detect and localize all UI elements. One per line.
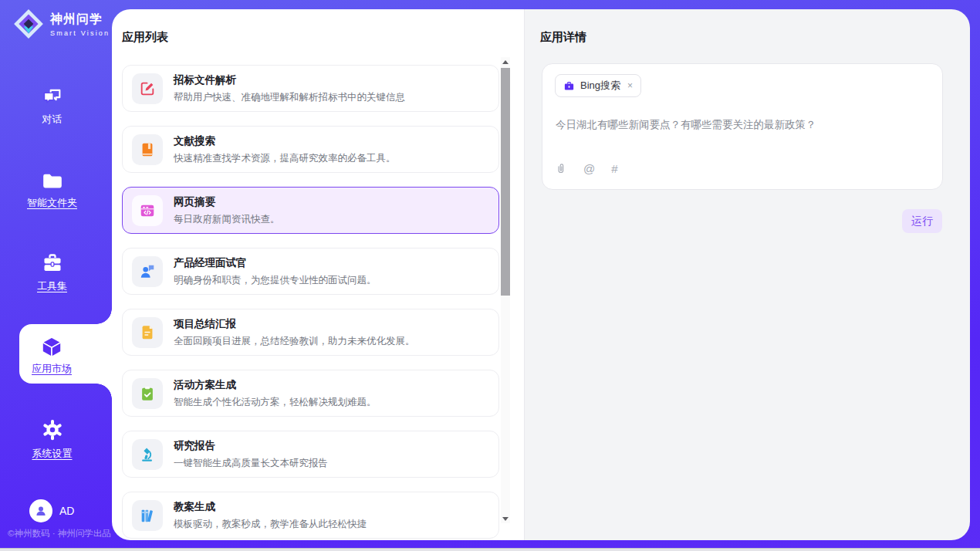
app-card-bid-parsing[interactable]: 招标文件解析 帮助用户快速、准确地理解和解析招标书中的关键信息 (122, 65, 499, 112)
sidebar-item-label: 智能文件夹 (0, 196, 104, 210)
app-icon-box (132, 134, 163, 165)
sidebar-item-app-market[interactable]: 应用市场 (19, 324, 112, 384)
scrollbar (501, 57, 510, 523)
app-detail-title: 应用详情 (540, 30, 586, 45)
app-icon-box (132, 256, 163, 287)
chat-icon (41, 86, 64, 107)
app-icon-box (132, 439, 163, 470)
sidebar-item-settings[interactable]: 系统设置 (0, 418, 104, 461)
scroll-down-icon[interactable] (501, 514, 510, 523)
sidebar: 神州问学 Smart Vision 对话 智能文件夹 工具集 应用市场 (0, 0, 112, 548)
copyright-text: ©神州数码 · 神州问学出品 (8, 528, 112, 539)
edit-document-icon (139, 80, 156, 97)
brand-name: 神州问学 (50, 12, 110, 28)
app-desc: 每日政府新闻资讯快查。 (174, 213, 280, 226)
app-icon-box (132, 500, 163, 531)
mention-icon[interactable]: @ (583, 162, 595, 175)
app-card-list: 招标文件解析 帮助用户快速、准确地理解和解析招标书中的关键信息 文献搜索 快速精… (122, 65, 499, 539)
app-name: 研究报告 (174, 439, 328, 453)
prompt-input-card[interactable]: Bing搜索 × 今日湖北有哪些新闻要点？有哪些需要关注的最新政策？ @ # (542, 63, 943, 190)
app-card-event-plan[interactable]: 活动方案生成 智能生成个性化活动方案，轻松解决规划难题。 (122, 370, 499, 417)
interviewer-icon (139, 263, 156, 280)
briefcase-icon (563, 80, 575, 92)
hash-icon[interactable]: # (611, 162, 617, 175)
gear-icon (41, 418, 64, 441)
books-icon (139, 507, 156, 524)
sidebar-item-smart-folder[interactable]: 智能文件夹 (0, 171, 104, 210)
avatar (29, 499, 52, 522)
tool-tag-label: Bing搜索 (580, 79, 620, 93)
app-card-pm-interviewer[interactable]: 产品经理面试官 明确身份和职责，为您提供专业性的面试问题。 (122, 248, 499, 295)
app-desc: 帮助用户快速、准确地理解和解析招标书中的关键信息 (174, 91, 405, 104)
sidebar-item-label: 工具集 (0, 279, 104, 293)
app-name: 招标文件解析 (174, 73, 405, 87)
app-list-panel: 应用列表 招标文件解析 帮助用户快速、准确地理解和解析招标书中的关键信息 (112, 9, 525, 540)
clipboard-check-icon (139, 385, 156, 402)
app-desc: 智能生成个性化活动方案，轻松解决规划难题。 (174, 396, 377, 409)
folder-icon (41, 171, 64, 191)
app-detail-panel: 应用详情 Bing搜索 × 今日湖北有哪些新闻要点？有哪些需要关注的最新政策？ … (525, 9, 970, 540)
app-card-research-report[interactable]: 研究报告 一键智能生成高质量长文本研究报告 (122, 431, 499, 478)
scroll-up-icon[interactable] (501, 57, 510, 66)
app-desc: 明确身份和职责，为您提供专业性的面试问题。 (174, 274, 377, 287)
app-desc: 全面回顾项目进展，总结经验教训，助力未来优化发展。 (174, 335, 415, 348)
app-card-project-summary[interactable]: 项目总结汇报 全面回顾项目进展，总结经验教训，助力未来优化发展。 (122, 309, 499, 356)
sidebar-item-chat[interactable]: 对话 (0, 86, 104, 127)
app-name: 网页摘要 (174, 195, 280, 209)
app-list-title: 应用列表 (122, 30, 168, 45)
app-desc: 一键智能生成高质量长文本研究报告 (174, 457, 328, 470)
diamond-logo-icon (12, 8, 45, 40)
app-icon-box (132, 317, 163, 348)
book-icon (139, 141, 156, 158)
app-icon-box (132, 195, 163, 226)
app-card-lesson-plan[interactable]: 教案生成 模板驱动，教案秒成，教学准备从此轻松快捷 (122, 492, 499, 539)
app-name: 项目总结汇报 (174, 317, 415, 331)
app-icon-box (132, 73, 163, 104)
note-icon (139, 324, 156, 341)
brand-tagline: Smart Vision (50, 29, 110, 37)
run-button[interactable]: 运行 (902, 209, 942, 233)
sidebar-item-label: 对话 (0, 113, 104, 127)
sidebar-item-toolset[interactable]: 工具集 (0, 252, 104, 293)
tool-tag-bing-search[interactable]: Bing搜索 × (555, 74, 641, 97)
paperclip-icon[interactable] (555, 162, 567, 175)
app-card-web-summary[interactable]: 网页摘要 每日政府新闻资讯快查。 (122, 187, 499, 234)
app-card-literature-search[interactable]: 文献搜索 快速精准查找学术资源，提高研究效率的必备工具。 (122, 126, 499, 173)
prompt-text[interactable]: 今日湖北有哪些新闻要点？有哪些需要关注的最新政策？ (556, 118, 930, 132)
app-name: 教案生成 (174, 500, 367, 514)
input-toolbar: @ # (555, 162, 618, 175)
app-desc: 快速精准查找学术资源，提高研究效率的必备工具。 (174, 152, 396, 165)
window-bottom-edge (0, 548, 980, 551)
web-code-icon (139, 202, 156, 219)
app-name: 活动方案生成 (174, 378, 377, 392)
app-icon-box (132, 378, 163, 409)
sidebar-item-label: 应用市场 (19, 362, 84, 376)
person-icon (34, 504, 48, 518)
user-chip[interactable]: AD (29, 499, 74, 522)
app-desc: 模板驱动，教案秒成，教学准备从此轻松快捷 (174, 518, 367, 531)
app-logo: 神州问学 Smart Vision (12, 8, 110, 40)
microscope-icon (139, 446, 156, 463)
toolbox-icon (41, 252, 64, 274)
app-name: 文献搜索 (174, 134, 396, 148)
close-icon[interactable]: × (627, 80, 633, 91)
user-initials: AD (59, 505, 74, 517)
content-area: 应用列表 招标文件解析 帮助用户快速、准确地理解和解析招标书中的关键信息 (112, 9, 970, 540)
cube-icon (39, 334, 64, 359)
app-name: 产品经理面试官 (174, 256, 377, 270)
sidebar-item-label: 系统设置 (0, 447, 104, 461)
scrollbar-thumb[interactable] (501, 68, 510, 296)
